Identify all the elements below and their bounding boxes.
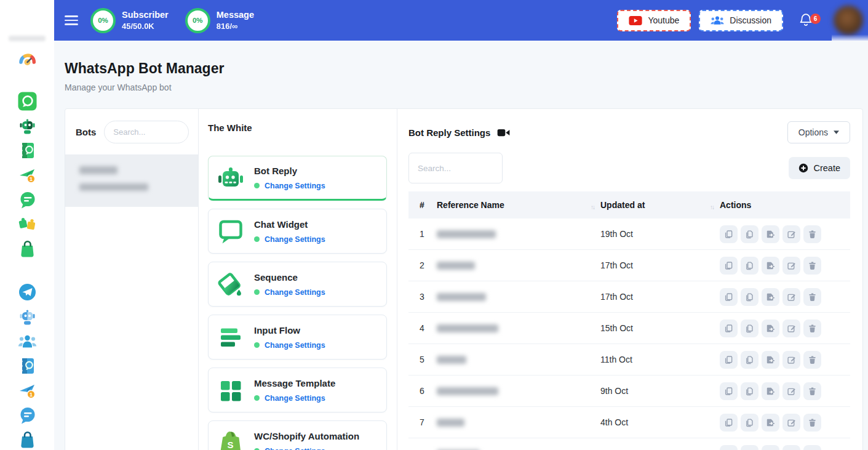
duplicate-button[interactable] [720, 225, 738, 243]
duplicate-button[interactable] [720, 382, 738, 400]
youtube-button[interactable]: Youtube [617, 10, 691, 31]
telegram-contacts-icon[interactable] [17, 356, 38, 376]
setting-card-input-flow[interactable]: Input Flow Change Settings [208, 315, 387, 360]
telegram-store-icon[interactable] [17, 430, 38, 450]
duplicate-button[interactable] [720, 445, 738, 450]
create-button[interactable]: Create [789, 157, 850, 179]
telegram-group-icon[interactable] [17, 331, 38, 352]
integrations-icon[interactable] [17, 214, 38, 235]
export-button[interactable] [762, 382, 779, 400]
edit-button[interactable] [782, 288, 800, 306]
change-settings-link[interactable]: Change Settings [254, 447, 359, 450]
options-button[interactable]: Options [787, 121, 850, 143]
edit-button[interactable] [782, 225, 800, 243]
copy-button[interactable] [741, 382, 759, 400]
edit-button[interactable] [782, 257, 800, 275]
telegram-broadcast-icon[interactable]: 1 [17, 380, 38, 401]
delete-button[interactable] [803, 288, 821, 306]
message-label: Message [217, 10, 254, 20]
change-settings-link[interactable]: Change Settings [254, 341, 325, 350]
copy-button[interactable] [741, 225, 759, 243]
row-number: 3 [408, 292, 437, 302]
message-stat: 0% Message 816/∞ [185, 8, 254, 33]
copy-icon [745, 292, 754, 302]
delete-button[interactable] [803, 225, 821, 243]
redacted-bot-name [79, 166, 117, 174]
delete-button[interactable] [803, 257, 821, 275]
export-button[interactable] [762, 225, 779, 243]
whatsapp-icon[interactable] [17, 91, 38, 111]
copy-button[interactable] [741, 351, 759, 369]
copy-button[interactable] [741, 257, 759, 275]
youtube-icon [629, 16, 642, 25]
app-logo[interactable] [9, 36, 46, 41]
duplicate-button[interactable] [720, 257, 738, 275]
whatsapp-broadcast-icon[interactable]: 1 [17, 165, 38, 185]
dashboard-icon[interactable] [17, 49, 38, 70]
export-button[interactable] [762, 319, 779, 337]
delete-button[interactable] [803, 414, 821, 432]
menu-toggle-icon[interactable] [65, 13, 78, 28]
change-settings-link[interactable]: Change Settings [254, 288, 325, 297]
edit-button[interactable] [782, 319, 800, 337]
edit-button[interactable] [782, 445, 800, 450]
whatsapp-store-icon[interactable] [17, 239, 38, 259]
redacted-reference-name [437, 387, 498, 395]
table-row: 5 11th Oct [408, 344, 850, 376]
duplicate-icon [724, 418, 733, 427]
export-button[interactable] [762, 257, 779, 275]
duplicate-icon [724, 355, 733, 364]
telegram-icon[interactable] [17, 282, 38, 302]
main-content: WhatsApp Bot Manager Manage your WhatsAp… [54, 41, 868, 450]
whatsapp-bot-icon[interactable] [17, 116, 38, 136]
setting-card-bot-reply[interactable]: Bot Reply Change Settings [208, 156, 387, 201]
setting-card-chat-widget[interactable]: Chat Widget Change Settings [208, 209, 387, 254]
copy-button[interactable] [741, 445, 759, 450]
telegram-bot-icon[interactable] [17, 307, 38, 327]
export-button[interactable] [762, 414, 779, 432]
svg-text:1: 1 [29, 176, 32, 182]
copy-button[interactable] [741, 288, 759, 306]
duplicate-button[interactable] [720, 319, 738, 337]
reply-search-input[interactable] [408, 153, 503, 183]
setting-card-message-template[interactable]: Message Template Change Settings [208, 368, 387, 412]
setting-card-wc-shopify[interactable]: S WC/Shopify Automation Change Settings [208, 420, 387, 450]
discussion-button[interactable]: Discussion [699, 10, 783, 31]
change-settings-link[interactable]: Change Settings [254, 182, 325, 190]
telegram-chat-icon[interactable] [17, 405, 38, 425]
sort-icon[interactable]: ↑↓ [591, 204, 594, 211]
edit-button[interactable] [782, 414, 800, 432]
col-header-updated-at[interactable]: Updated at↑↓ [600, 200, 720, 211]
delete-icon [808, 292, 817, 302]
change-settings-link[interactable]: Change Settings [254, 394, 335, 403]
user-avatar[interactable] [834, 6, 863, 35]
bot-list-item-selected[interactable] [65, 155, 198, 207]
col-header-reference-name[interactable]: Reference Name↑↓ [437, 200, 600, 211]
copy-button[interactable] [741, 319, 759, 337]
sort-icon[interactable]: ↑↓ [710, 204, 714, 211]
whatsapp-chat-icon[interactable] [17, 190, 38, 210]
delete-button[interactable] [803, 445, 821, 450]
svg-text:S: S [227, 440, 233, 450]
delete-button[interactable] [803, 382, 821, 400]
delete-button[interactable] [803, 319, 821, 337]
bots-search-input[interactable] [104, 121, 189, 143]
change-settings-link[interactable]: Change Settings [254, 235, 325, 244]
notifications-button[interactable]: 6 [798, 12, 814, 28]
duplicate-button[interactable] [720, 414, 738, 432]
copy-button[interactable] [741, 414, 759, 432]
edit-button[interactable] [782, 382, 800, 400]
video-tutorial-icon[interactable] [497, 128, 510, 137]
whatsapp-contacts-icon[interactable] [17, 140, 38, 161]
edit-button[interactable] [782, 351, 800, 369]
export-button[interactable] [762, 351, 779, 369]
duplicate-button[interactable] [720, 288, 738, 306]
setting-card-sequence[interactable]: Sequence Change Settings [208, 262, 387, 307]
subscriber-value: 45/50.0K [122, 22, 169, 31]
delete-button[interactable] [803, 351, 821, 369]
copy-icon [745, 418, 754, 427]
duplicate-button[interactable] [720, 351, 738, 369]
export-button[interactable] [762, 288, 779, 306]
export-button[interactable] [762, 445, 779, 450]
status-dot [254, 289, 260, 295]
